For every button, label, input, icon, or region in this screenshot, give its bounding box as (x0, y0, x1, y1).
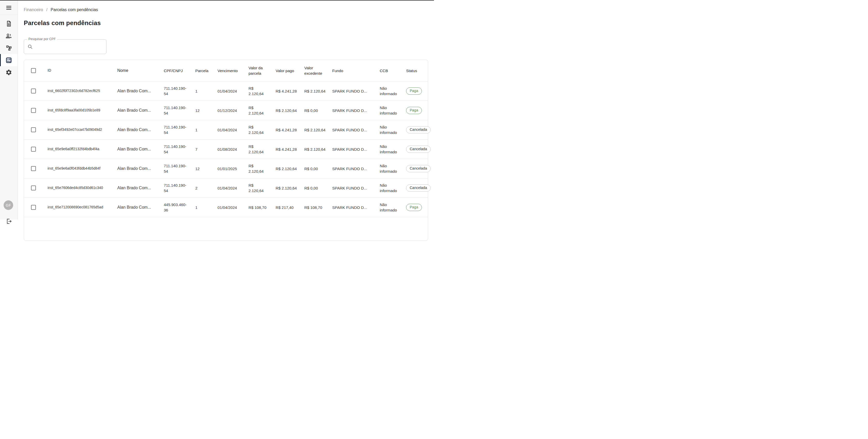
cell-fundo: SPARK FUNDO D... (332, 185, 376, 191)
cell-fundo: SPARK FUNDO D... (332, 88, 376, 94)
status-badge: Paga (406, 204, 422, 211)
cell-vencimento: 01/08/2024 (218, 147, 245, 152)
row-checkbox[interactable] (31, 127, 36, 133)
calculator-icon (5, 57, 12, 64)
sidebar-item-installments-active[interactable] (0, 54, 18, 66)
gear-icon (5, 69, 12, 76)
cell-valor-pago: R$ 2.120,64 (276, 166, 301, 171)
cell-parcela: 7 (195, 147, 212, 152)
cell-id: inst_65e9e6a0ff2132fd4bdb4f4a (48, 147, 114, 152)
cell-ccb: Não informado (380, 163, 402, 174)
breadcrumb-current: Parcelas com pendências (51, 7, 98, 12)
search-field-label: Pesquisar por CPF (27, 37, 57, 41)
column-header-valor-parcela: Valor da parcela (249, 65, 269, 76)
cell-valor-excedente: R$ 2.120,64 (304, 127, 326, 133)
cell-parcela: 1 (195, 205, 212, 210)
column-header-cpf-cnpj: CPF/CNPJ (164, 68, 189, 74)
cell-valor-excedente: R$ 0,00 (304, 185, 326, 191)
page-title: Parcelas com pendências (24, 20, 101, 27)
cell-fundo: SPARK FUNDO D... (332, 166, 376, 171)
select-all-checkbox[interactable] (31, 68, 36, 73)
installments-table: ID Nome CPF/CNPJ Parcela Vencimento Valo… (24, 60, 428, 220)
table-header-row: ID Nome CPF/CNPJ Parcela Vencimento Valo… (24, 60, 428, 81)
sidebar: GF (0, 1, 18, 220)
cell-cpf: 711.140.190-54 (164, 182, 189, 194)
schema-icon (6, 45, 12, 51)
cell-id: inst_65e9e6a0f043fddb44b5d84f (48, 166, 114, 171)
cell-valor-parcela: R$ 2.120,64 (249, 144, 269, 155)
cell-id: inst_65fdc8f9aa3fa00d105b1e89 (48, 108, 114, 113)
sidebar-item-schema[interactable] (0, 42, 18, 54)
cell-nome: Alan Brado Com... (117, 108, 161, 113)
status-badge: Cancelada (406, 165, 431, 172)
table-row[interactable]: inst_65fdc8f9aa3fa00d105b1e89 Alan Brado… (24, 100, 428, 120)
row-checkbox[interactable] (31, 147, 36, 152)
cell-ccb: Não informado (380, 105, 402, 116)
cell-ccb: Não informado (380, 144, 402, 155)
cell-ccb: Não informado (380, 124, 402, 135)
cell-nome: Alan Brado Com... (117, 185, 161, 191)
cell-fundo: SPARK FUNDO D... (332, 147, 376, 152)
avatar[interactable]: GF (4, 200, 13, 210)
row-checkbox[interactable] (31, 89, 36, 94)
cell-ccb: Não informado (380, 86, 402, 96)
cell-valor-parcela: R$ 2.120,64 (249, 163, 269, 174)
cell-valor-excedente: R$ 0,00 (304, 108, 326, 113)
column-header-valor-excedente: Valor excedente (304, 65, 326, 76)
row-checkbox[interactable] (31, 186, 36, 191)
cell-id: inst_6602f0f72302c6d782ecf625 (48, 88, 114, 94)
column-header-status: Status (406, 68, 434, 74)
cell-id: inst_65e7606ded4c85d30d61c340 (48, 185, 114, 191)
cell-valor-excedente: R$ 0,00 (304, 166, 326, 171)
cell-parcela: 1 (195, 88, 212, 94)
row-checkbox[interactable] (31, 205, 36, 210)
cell-vencimento: 01/12/2024 (218, 108, 245, 113)
cell-vencimento: 01/04/2024 (218, 88, 245, 94)
status-badge: Paga (406, 107, 422, 114)
cell-cpf: 711.140.190-54 (164, 163, 189, 174)
table-row[interactable]: inst_65e712008690ec081765d5ad Alan Brado… (24, 198, 428, 217)
table-row[interactable]: inst_65e9e6a0f043fddb44b5d84f Alan Brado… (24, 159, 428, 178)
cell-cpf: 711.140.190-54 (164, 105, 189, 116)
cell-ccb: Não informado (380, 202, 402, 213)
search-input[interactable] (35, 41, 103, 52)
sidebar-item-settings[interactable] (0, 66, 18, 78)
table-row[interactable]: inst_65e9e6a0ff2132fd4bdb4f4a Alan Brado… (24, 139, 428, 159)
cell-valor-excedente: R$ 2.120,64 (304, 147, 326, 152)
cell-nome: Alan Brado Com... (117, 146, 161, 152)
column-header-fundo: Fundo (332, 68, 376, 74)
cell-nome: Alan Brado Com... (117, 166, 161, 171)
row-checkbox[interactable] (31, 166, 36, 171)
cell-valor-parcela: R$ 2.120,64 (249, 105, 269, 116)
cell-cpf: 711.140.190-54 (164, 124, 189, 135)
cell-valor-excedente: R$ 108,70 (304, 205, 326, 210)
status-badge: Cancelada (406, 126, 431, 134)
status-badge: Paga (406, 87, 422, 95)
cell-vencimento: 01/04/2024 (218, 185, 245, 191)
menu-toggle-button[interactable] (0, 1, 18, 15)
cell-cpf: 711.140.190-54 (164, 144, 189, 155)
logout-icon[interactable] (6, 218, 12, 220)
column-header-id: ID (48, 68, 114, 73)
cell-parcela: 2 (195, 185, 212, 191)
column-header-nome: Nome (117, 68, 161, 74)
search-icon (27, 44, 33, 50)
sidebar-item-documents[interactable] (0, 18, 18, 30)
column-header-valor-pago: Valor pago (276, 68, 301, 74)
cell-vencimento: 01/04/2024 (218, 127, 245, 133)
table-row-partial (24, 217, 428, 220)
table-row[interactable]: inst_65e7606ded4c85d30d61c340 Alan Brado… (24, 178, 428, 198)
table-row[interactable]: inst_6602f0f72302c6d782ecf625 Alan Brado… (24, 81, 428, 100)
people-icon (5, 33, 12, 39)
breadcrumb-financeiro[interactable]: Financeiro (24, 7, 43, 12)
cell-fundo: SPARK FUNDO D... (332, 205, 376, 210)
table-row[interactable]: inst_65ef3492e07cca47b09049d2 Alan Brado… (24, 120, 428, 139)
status-badge: Cancelada (406, 146, 431, 153)
cell-vencimento: 01/01/2025 (218, 166, 245, 171)
cell-vencimento: 01/04/2024 (218, 205, 245, 210)
sidebar-item-people[interactable] (0, 30, 18, 42)
row-checkbox[interactable] (31, 108, 36, 113)
document-icon (6, 21, 12, 27)
cell-cpf: 711.140.190-54 (164, 86, 189, 96)
cell-valor-pago: R$ 217,40 (276, 205, 301, 210)
